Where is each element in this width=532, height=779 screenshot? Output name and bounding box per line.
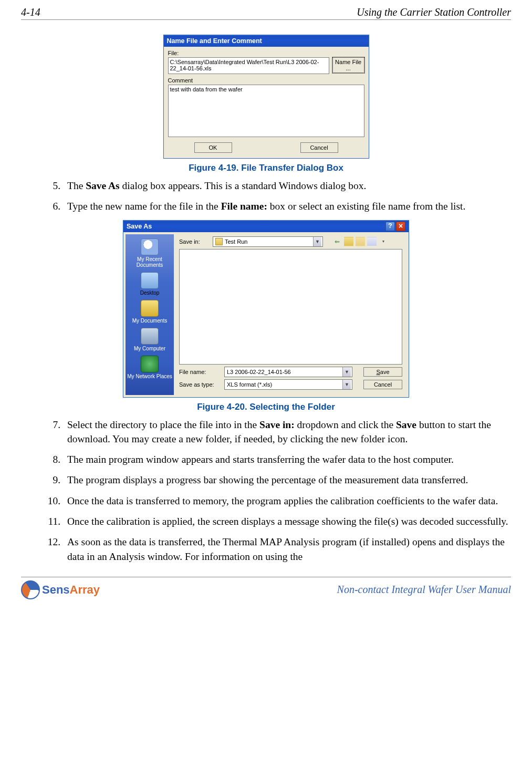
save-as-dialog: Save As ? × My Recent Documents Desktop … xyxy=(123,220,409,398)
step-6: Type the new name for the file in the Fi… xyxy=(63,199,511,213)
sensarray-logo: SensArray xyxy=(21,580,100,599)
dialog-title: Name File and Enter Comment xyxy=(167,37,262,45)
step-12: As soon as the data is transferred, the … xyxy=(63,535,511,564)
folder-icon xyxy=(215,238,223,245)
name-file-button[interactable]: Name File ... xyxy=(332,57,364,73)
savein-label: Save in: xyxy=(179,238,208,245)
filename-value: L3 2006-02-22_14-01-56 xyxy=(227,369,291,375)
mydocs-icon xyxy=(141,300,159,317)
logo-sens: Sens xyxy=(42,583,70,596)
view-menu-icon[interactable] xyxy=(367,237,377,246)
back-icon[interactable]: ⇐ xyxy=(332,237,342,246)
sidebar-mydocs[interactable]: My Documents xyxy=(127,299,173,325)
file-list-area[interactable] xyxy=(179,249,402,365)
recent-docs-icon xyxy=(141,238,159,255)
comment-label: Comment xyxy=(168,77,364,84)
sidebar-desktop[interactable]: Desktop xyxy=(127,271,173,297)
figure-20-caption: Figure 4-20. Selecting the Folder xyxy=(21,402,511,412)
saveas-cancel-button[interactable]: Cancel xyxy=(363,380,402,389)
dialog-body: File: C:\Sensarray\Data\Integrated Wafer… xyxy=(164,47,369,158)
saveastype-dropdown[interactable]: XLS format (*.xls) ▼ xyxy=(224,379,352,390)
comment-input[interactable]: test with data from the wafer xyxy=(168,85,364,137)
close-icon[interactable]: × xyxy=(396,222,405,231)
saveas-titlebar[interactable]: Save As ? × xyxy=(123,221,409,232)
page-number: 4-14 xyxy=(21,6,40,18)
new-folder-icon[interactable] xyxy=(356,237,365,246)
view-dropdown-icon[interactable]: ▾ xyxy=(379,237,388,246)
page-footer: SensArray Non-contact Integral Wafer Use… xyxy=(21,577,511,599)
save-button[interactable]: Save xyxy=(363,367,402,377)
chevron-down-icon[interactable]: ▼ xyxy=(313,237,321,246)
page-header: 4-14 Using the Carrier Station Controlle… xyxy=(21,6,511,20)
page: 4-14 Using the Carrier Station Controlle… xyxy=(0,0,532,610)
step-5: The Save As dialog box appears. This is … xyxy=(63,179,511,193)
saveas-main: Save in: Test Run ▼ ⇐ ▾ xyxy=(174,234,406,395)
filename-input[interactable]: L3 2006-02-22_14-01-56 ▼ xyxy=(224,367,352,377)
nav-toolbar: ⇐ ▾ xyxy=(332,237,388,246)
sidebar-mydocs-label: My Documents xyxy=(132,318,168,324)
help-icon[interactable]: ? xyxy=(385,222,395,231)
filename-dd-icon[interactable]: ▼ xyxy=(342,367,351,377)
figure-19-caption: Figure 4-19. File Transfer Dialog Box xyxy=(21,163,511,173)
mycomp-icon xyxy=(141,328,159,345)
step-10: Once the data is transferred to memory, … xyxy=(63,494,511,508)
savein-value: Test Run xyxy=(225,238,247,245)
sidebar-mynet-label: My Network Places xyxy=(127,373,172,379)
file-label: File: xyxy=(168,50,364,56)
saveas-body: My Recent Documents Desktop My Documents… xyxy=(123,232,409,397)
logo-array: Array xyxy=(70,583,100,596)
sidebar-mynet[interactable]: My Network Places xyxy=(127,355,173,380)
saveastype-dd-icon[interactable]: ▼ xyxy=(342,380,351,389)
mynet-icon xyxy=(141,356,159,372)
sidebar-mycomp[interactable]: My Computer xyxy=(127,327,173,352)
section-title: Using the Carrier Station Controller xyxy=(357,6,511,18)
name-file-dialog: Name File and Enter Comment File: C:\Sen… xyxy=(163,35,369,159)
sidebar-mycomp-label: My Computer xyxy=(134,346,165,351)
body-text-upper: The Save As dialog box appears. This is … xyxy=(21,179,511,214)
saveastype-value: XLS format (*.xls) xyxy=(227,381,272,388)
filename-label: File name: xyxy=(179,369,220,375)
step-8: The main program window appears and star… xyxy=(63,452,511,466)
ok-button[interactable]: OK xyxy=(194,142,232,153)
file-path-input[interactable]: C:\Sensarray\Data\Integrated Wafer\Test … xyxy=(168,57,329,74)
up-folder-icon[interactable] xyxy=(344,237,353,246)
sidebar-desktop-label: Desktop xyxy=(140,290,160,296)
body-text-lower: Select the directory to place the file i… xyxy=(21,418,511,564)
step-11: Once the calibration is applied, the scr… xyxy=(63,514,511,528)
sidebar-recent-label: My Recent Documents xyxy=(137,256,163,268)
sidebar-recent[interactable]: My Recent Documents xyxy=(127,237,173,269)
places-sidebar: My Recent Documents Desktop My Documents… xyxy=(126,234,174,395)
manual-title: Non-contact Integral Wafer User Manual xyxy=(337,584,511,596)
step-9: The program displays a progress bar show… xyxy=(63,473,511,487)
savein-dropdown[interactable]: Test Run ▼ xyxy=(213,236,323,247)
dialog-titlebar[interactable]: Name File and Enter Comment xyxy=(164,35,369,47)
cancel-button[interactable]: Cancel xyxy=(300,142,338,153)
step-7: Select the directory to place the file i… xyxy=(63,418,511,446)
logo-swoop-icon xyxy=(21,580,40,599)
desktop-icon xyxy=(141,272,159,289)
saveas-title: Save As xyxy=(127,223,152,230)
saveastype-label: Save as type: xyxy=(179,381,220,388)
